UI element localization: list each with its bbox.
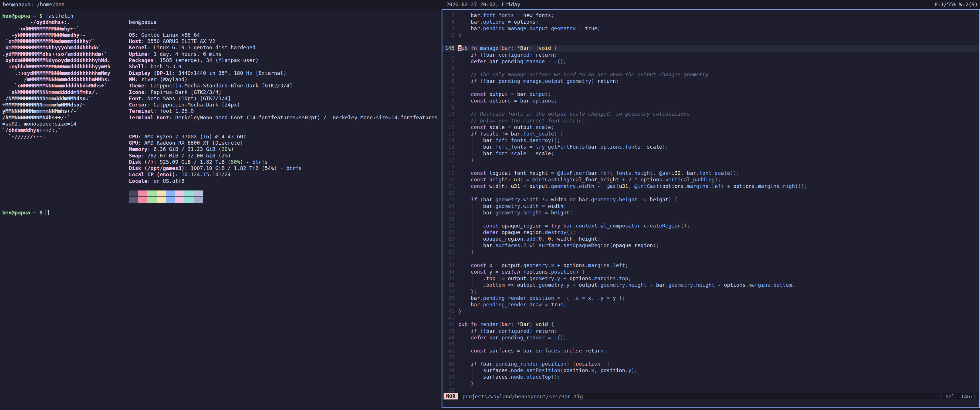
line-number: 16 xyxy=(442,150,458,157)
line-number: 2 xyxy=(442,58,458,65)
line-number: 4 xyxy=(442,19,458,25)
line-number: 5 xyxy=(442,78,458,84)
code-line[interactable]: 15│ │ bar.fcft_fonts = try getFcftFonts(… xyxy=(442,143,979,150)
code-line[interactable]: 28│ │ defer opaque_region.destroy(); xyxy=(442,229,979,235)
line-number: 6 xyxy=(442,84,458,91)
line-number: 33 xyxy=(442,262,458,269)
code-line[interactable]: 36│ │ .bottom => output.geometry.y + out… xyxy=(442,281,979,288)
code-line[interactable]: 32│ xyxy=(442,255,979,262)
code-line[interactable]: 40} xyxy=(442,308,979,314)
code-line[interactable]: 9│ xyxy=(442,104,979,110)
terminal-row: -odNMMMMMMMMNNmhy+-` --------- xyxy=(2,25,440,32)
line-number: 37 xyxy=(442,288,458,295)
code-line[interactable]: 8│ const options = bar.options; xyxy=(442,97,979,104)
code-line[interactable]: 4│ bar.options = options; xyxy=(442,19,979,25)
code-line[interactable]: 7│ const output = bar.output; xyxy=(442,91,979,97)
code-line[interactable]: 19│ const logical_font_height = @divFloo… xyxy=(442,170,979,176)
code-line[interactable]: 2│ defer bar.pending_manage = .{}; xyxy=(442,58,979,65)
line-number: 42 xyxy=(442,321,458,327)
code-line[interactable]: 3│ xyxy=(442,65,979,71)
code-line[interactable]: 41 xyxy=(442,314,979,321)
statusline: NOR projects/wayland/beansprout/src/Bar.… xyxy=(442,393,979,399)
code-line[interactable]: 1 xyxy=(442,38,979,45)
line-number: 34 xyxy=(442,269,458,275)
terminal-row: ben@papua ~ $ fastfetch xyxy=(2,13,440,19)
code-line[interactable]: 47│ xyxy=(442,354,979,361)
code-line[interactable]: 23│ if (bar.geometry.width != width or b… xyxy=(442,196,979,203)
line-number: 52 xyxy=(442,387,458,393)
code-line[interactable]: 49│ │ surfaces.node.setPosition(position… xyxy=(442,367,979,373)
terminal-row xyxy=(2,197,440,203)
code-line[interactable]: 39│ bar.pending_render.draw = true; xyxy=(442,301,979,308)
terminal-row: -yNMMMMMMMMMMMNNNmmdhy+- OS: Gentoo Linu… xyxy=(2,32,440,38)
code-line-current[interactable]: 146pub fn manage(bar: *Bar) !void { xyxy=(442,45,979,51)
focused-window-title: ben@papua: /home/ben xyxy=(3,2,65,7)
code-line[interactable]: 35│ │ .top => output.geometry.y + option… xyxy=(442,275,979,281)
code-line[interactable]: 44│ defer bar.pending_render = .{}; xyxy=(442,334,979,341)
terminal-row: omMMMMMMMMMMMNhhyyyohmdddhhhdo` Kernel: … xyxy=(2,44,440,51)
terminal-row: Swap: 782.07 MiB / 32.00 GiB (2%) xyxy=(2,153,440,159)
code-line[interactable]: 33│ const x = output.geometry.x + option… xyxy=(442,262,979,269)
terminal-row: .ydMMMMMMMMMMdhs++so/smdddhhhhdm+` Uptim… xyxy=(2,51,440,57)
code-line[interactable]: 29│ │ opaque_region.add(0, 0, width, hei… xyxy=(442,235,979,242)
code-line[interactable]: 11│ // below use the correct font metric… xyxy=(442,117,979,124)
code-line[interactable]: 52│ xyxy=(442,387,979,393)
code-line[interactable]: 3│ bar.pending_manage.output_geometry = … xyxy=(442,25,979,32)
terminal-pane[interactable]: ben@papua ~ $ fastfetch -/oyddmdhs+:. be… xyxy=(0,10,440,410)
code-line[interactable]: 42pub fn render(bar: *Bar) void { xyxy=(442,321,979,327)
code-line[interactable]: 18│ xyxy=(442,163,979,170)
code-line[interactable]: 6│ xyxy=(442,84,979,91)
code-line[interactable]: 24│ │ bar.geometry.width = width; xyxy=(442,203,979,209)
code-line[interactable]: 17│ } xyxy=(442,157,979,163)
line-number: 50 xyxy=(442,373,458,380)
code-line[interactable]: 2} xyxy=(442,32,979,38)
code-line[interactable]: 12│ const scale = output.scale; xyxy=(442,124,979,130)
code-line[interactable]: 20│ const height: u31 = @intCast(logical… xyxy=(442,176,979,183)
code-line[interactable]: 13│ if (scale != bar.font_scale) { xyxy=(442,130,979,137)
code-line[interactable]: 14│ │ bar.fcft_fonts.destroy(); xyxy=(442,137,979,143)
code-line[interactable]: 22│ xyxy=(442,190,979,196)
code-line[interactable]: 51│ } xyxy=(442,380,979,387)
code-line[interactable]: 10│ // Recreate fonts if the output scal… xyxy=(442,110,979,117)
line-number: 51 xyxy=(442,380,458,387)
code-line[interactable]: 25│ │ bar.geometry.height = height; xyxy=(442,209,979,216)
code-line[interactable]: 43│ if (!bar.configured) return; xyxy=(442,328,979,334)
code-line[interactable]: 1│ if (!bar.configured) return; xyxy=(442,51,979,58)
line-number: 7 xyxy=(442,91,458,97)
editor-window[interactable]: 5│ bar.fcft_fonts = new_fonts;4│ bar.opt… xyxy=(442,10,980,408)
code-line[interactable]: 46│ const surfaces = bar.surfaces orelse… xyxy=(442,347,979,354)
terminal-row: Local IP (eno1): 10.124.15.101/24 xyxy=(2,172,440,178)
code-line[interactable]: 50│ │ surfaces.node.placeTop(); xyxy=(442,373,979,380)
code-line[interactable]: 34│ const y = switch (options.position) … xyxy=(442,269,979,275)
line-number: 32 xyxy=(442,255,458,262)
code-line[interactable]: 37│ }; xyxy=(442,288,979,295)
line-number: 29 xyxy=(442,235,458,242)
code-line[interactable]: 26│ │ xyxy=(442,216,979,222)
terminal-row: Memory: 6.36 GiB / 31.23 GiB (20%) xyxy=(2,146,440,153)
code-line[interactable]: 45│ xyxy=(442,341,979,347)
code-line[interactable]: 38│ bar.pending_render.position = .{ .x … xyxy=(442,295,979,301)
line-number: 30 xyxy=(442,242,458,249)
terminal-row xyxy=(2,184,440,191)
line-number: 11 xyxy=(442,117,458,124)
terminal-row: Disk (/opt/games3): 1007.10 GiB / 1.82 T… xyxy=(2,165,440,172)
line-number: 1 xyxy=(442,38,458,45)
code-area[interactable]: 5│ bar.fcft_fonts = new_fonts;4│ bar.opt… xyxy=(442,12,979,393)
code-line[interactable]: 16│ │ bar.font_scale = scale; xyxy=(442,150,979,157)
line-number: 36 xyxy=(442,281,458,288)
line-number: 146 xyxy=(442,45,458,51)
code-line[interactable]: 30│ │ bar.surfaces.?.wl_surface.setOpaqu… xyxy=(442,242,979,249)
line-number: 25 xyxy=(442,209,458,216)
line-number: 18 xyxy=(442,163,458,170)
code-line[interactable]: 5│ if (!bar.pending_manage.output_geomet… xyxy=(442,78,979,84)
terminal-row: oyhdmNMMMMMMMNdyooydmddddhhhhyhNd. Packa… xyxy=(2,57,440,64)
code-line[interactable]: 21│ const width: u31 = output.geometry.w… xyxy=(442,183,979,189)
code-line[interactable]: 27│ │ const opaque_region = try bar.cont… xyxy=(442,222,979,229)
line-number: 21 xyxy=(442,183,458,189)
clock: 2026-02-27 20:02, Friday xyxy=(446,2,520,7)
code-line[interactable]: 5│ bar.fcft_fonts = new_fonts; xyxy=(442,12,979,19)
code-line[interactable]: 4│ // The only manage actions we need to… xyxy=(442,71,979,78)
code-line[interactable]: 48│ if (bar.pending_render.position) |po… xyxy=(442,361,979,367)
line-number: 3 xyxy=(442,65,458,71)
code-line[interactable]: 31│ } xyxy=(442,249,979,255)
